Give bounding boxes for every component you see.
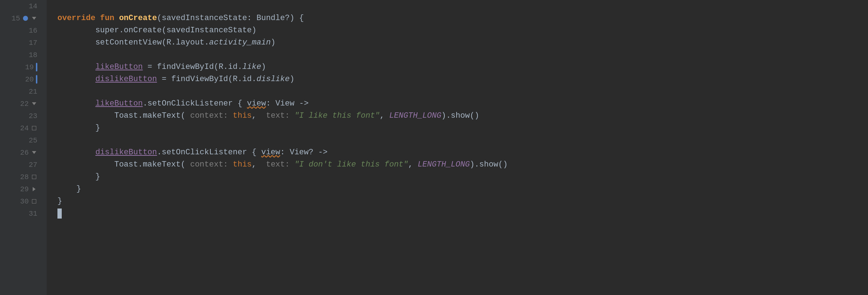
line-number-21: 21 bbox=[23, 86, 37, 97]
code-line-20: dislikeButton = findViewById (R.id. disl… bbox=[57, 73, 868, 85]
token-colon26: : bbox=[280, 146, 290, 159]
token-indent24 bbox=[57, 122, 95, 134]
token-setonclick22: setOnClickListener bbox=[148, 98, 233, 110]
code-line-29: } bbox=[57, 183, 868, 195]
gutter-line-25: 25 bbox=[0, 134, 40, 146]
token-dislikebutton20: dislikeButton bbox=[95, 73, 157, 85]
token-like19: like bbox=[242, 61, 261, 73]
line-number-23: 23 bbox=[23, 111, 37, 122]
breakpoint-icon-15[interactable] bbox=[22, 15, 29, 22]
line-number-28: 28 bbox=[14, 172, 29, 183]
token-closebrace30: } bbox=[57, 195, 62, 207]
token-this23: this bbox=[233, 110, 252, 122]
code-area[interactable]: override fun onCreate ( savedInstanceSta… bbox=[47, 0, 868, 295]
code-line-28: } bbox=[57, 171, 868, 183]
token-setonclick26: setOnClickListener bbox=[162, 146, 247, 159]
token-bundle: Bundle? bbox=[257, 12, 290, 24]
token-closeparen20: ) bbox=[290, 73, 294, 85]
token-closebrace29: } bbox=[76, 183, 81, 195]
token-space2 bbox=[114, 12, 119, 24]
code-line-16: super . onCreate (savedInstanceState) bbox=[57, 24, 868, 37]
token-string27: "I don't like this font" bbox=[294, 159, 408, 171]
gutter-line-31: 31 bbox=[0, 207, 40, 220]
gutter-line-20: 20 bbox=[0, 73, 40, 85]
gutter-line-30: 30 bbox=[0, 195, 40, 207]
token-likebutton19: likeButton bbox=[95, 61, 143, 73]
gutter-line-27: 27 bbox=[0, 159, 40, 171]
token-indent20 bbox=[57, 73, 95, 85]
gutter-line-29: 29 bbox=[0, 183, 40, 195]
code-line-26: dislikeButton . setOnClickListener { vie… bbox=[57, 146, 868, 159]
token-closeparen19: ) bbox=[261, 61, 266, 73]
fold-square-icon-28[interactable] bbox=[31, 174, 37, 180]
line-number-16: 16 bbox=[23, 25, 37, 36]
token-space1 bbox=[95, 12, 100, 24]
token-indent29 bbox=[57, 183, 76, 195]
token-dot26: . bbox=[157, 146, 162, 159]
token-showparen23: ).show() bbox=[441, 110, 479, 122]
fold-icon-26[interactable] bbox=[31, 149, 37, 156]
gutter-line-14: 14 bbox=[0, 0, 40, 12]
token-dot22: . bbox=[143, 98, 148, 110]
gutter-line-17: 17 bbox=[0, 37, 40, 49]
line-number-19: 19 bbox=[19, 62, 34, 73]
token-paren17b: ) bbox=[271, 37, 275, 49]
code-line-21 bbox=[57, 85, 868, 98]
line-numbers-gutter: 14 15 16 17 18 19 20 21 bbox=[0, 0, 47, 295]
token-paren1: ( bbox=[157, 12, 162, 24]
token-paren27a: ( bbox=[181, 159, 190, 171]
code-line-19: likeButton = findViewById (R.id. like ) bbox=[57, 61, 868, 73]
line-number-26: 26 bbox=[14, 147, 29, 158]
token-contextlabel23: context: bbox=[190, 110, 233, 122]
line-number-22: 22 bbox=[14, 98, 29, 109]
token-setcontentview: setContentView bbox=[95, 37, 162, 49]
code-line-23: Toast . makeText ( context: this , text:… bbox=[57, 110, 868, 122]
fold-icon-15[interactable] bbox=[31, 15, 37, 22]
token-findviewbyid19: findViewById bbox=[157, 61, 214, 73]
line-number-14: 14 bbox=[23, 1, 37, 12]
token-paren23a: ( bbox=[181, 110, 190, 122]
token-arrow22: -> bbox=[294, 98, 309, 110]
token-super: super bbox=[95, 24, 119, 37]
gutter-line-21: 21 bbox=[0, 85, 40, 98]
gutter-line-23: 23 bbox=[0, 110, 40, 122]
line-number-18: 18 bbox=[23, 50, 37, 61]
token-dislike20: dislike bbox=[257, 73, 290, 85]
fold-square-icon-24[interactable] bbox=[31, 125, 37, 131]
token-savedinstance-name: savedInstanceState bbox=[162, 12, 247, 24]
fold-icon-22[interactable] bbox=[31, 100, 37, 107]
token-oncreate: onCreate bbox=[119, 12, 157, 24]
token-indent27 bbox=[57, 159, 114, 171]
token-lengthlng23: LENGTH_LONG bbox=[389, 110, 441, 122]
token-brace26: { bbox=[247, 146, 261, 159]
token-comma27: , bbox=[252, 159, 266, 171]
gutter-line-26: 26 bbox=[0, 146, 40, 159]
gutter-line-15: 15 bbox=[0, 12, 40, 24]
token-indent22 bbox=[57, 98, 95, 110]
gutter-line-24: 24 bbox=[0, 122, 40, 134]
code-line-27: Toast . makeText ( context: this , text:… bbox=[57, 159, 868, 171]
cursor-31 bbox=[57, 209, 62, 219]
code-line-25 bbox=[57, 134, 868, 146]
line-number-24: 24 bbox=[14, 123, 29, 134]
code-line-14 bbox=[57, 0, 868, 12]
token-override: override bbox=[57, 12, 95, 24]
line-number-31: 31 bbox=[23, 208, 37, 219]
fold-triangle-right-icon-29[interactable] bbox=[31, 186, 37, 192]
token-toast23: Toast bbox=[114, 110, 138, 122]
token-ridlike19: (R.id. bbox=[214, 61, 242, 73]
token-dot16: . bbox=[119, 24, 124, 37]
code-line-22: likeButton . setOnClickListener { view :… bbox=[57, 98, 868, 110]
token-viewtype22: View bbox=[275, 98, 294, 110]
token-lengthlng27: LENGTH_LONG bbox=[417, 159, 470, 171]
code-line-18 bbox=[57, 49, 868, 61]
token-colon1: : bbox=[247, 12, 256, 24]
token-textlabel27: text: bbox=[266, 159, 294, 171]
token-view26: view bbox=[261, 146, 280, 159]
gutter-line-28: 28 bbox=[0, 171, 40, 183]
fold-square-icon-30[interactable] bbox=[31, 198, 37, 205]
token-indent19 bbox=[57, 61, 95, 73]
gutter-line-18: 18 bbox=[0, 49, 40, 61]
token-oncreate16: onCreate bbox=[124, 24, 162, 37]
gutter-line-16: 16 bbox=[0, 24, 40, 37]
